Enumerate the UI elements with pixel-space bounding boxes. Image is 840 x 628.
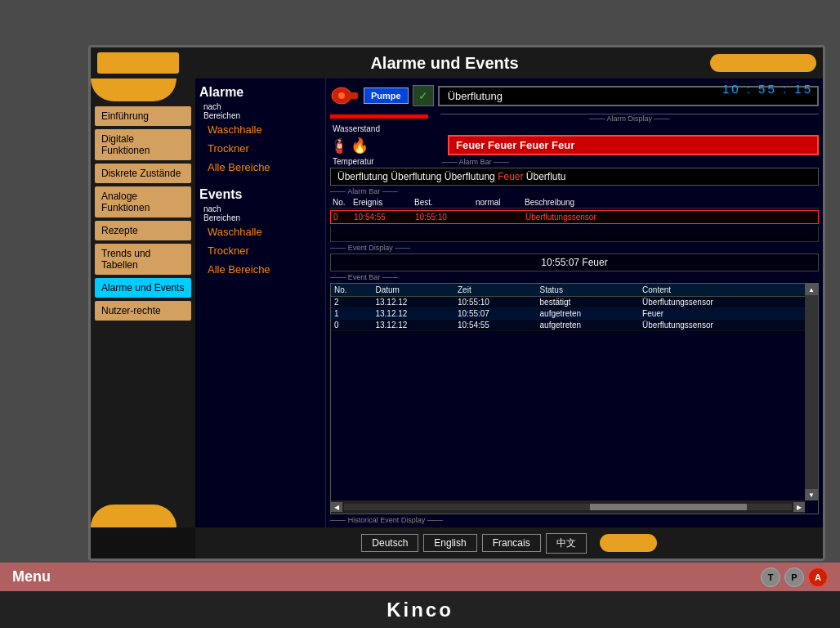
- scroll-down-arrow[interactable]: ▼: [805, 489, 818, 500]
- events-table-header-row: No. Ereignis Best. normal Beschreibung: [330, 197, 819, 209]
- alarms-subtitle2: Bereichen: [203, 111, 325, 120]
- scroll-track-horizontal: [344, 504, 792, 510]
- kinco-label: Kinco: [386, 599, 454, 621]
- hist-row-2: 0 13.12.12 10:54:55 aufgetreten Überflut…: [331, 320, 805, 331]
- menu-label: Menu: [12, 568, 51, 585]
- lang-bar-right-deco: [600, 534, 657, 552]
- sidebar-item-analoge[interactable]: Analoge Funktionen: [95, 186, 191, 218]
- wasserstand-label-row: Wasserstand: [330, 124, 819, 133]
- sidebar-item-trends[interactable]: Trends und Tabellen: [95, 244, 191, 275]
- water-progress-bar: [330, 114, 428, 119]
- sidebar-item-nutzer[interactable]: Nutzer-rechte: [95, 301, 191, 321]
- hist-row-1: 1 13.12.12 10:55:07 aufgetreten Feuer: [331, 308, 805, 320]
- alarm-bar-section-label: ─── Alarm Bar ───: [330, 187, 819, 195]
- event-display-label-row: ─── Event Display ───: [330, 244, 819, 252]
- wasserstand-row: ─── Alarm Display ───: [330, 111, 819, 123]
- pump-icon: [330, 84, 360, 107]
- hist-row-0: 2 13.12.12 10:55:10 bestätigt Überflutun…: [331, 297, 805, 308]
- menu-buttons: T P A: [761, 567, 828, 587]
- t-button[interactable]: T: [761, 567, 780, 587]
- menu-bar: Menu T P A: [0, 563, 840, 591]
- temperatur-row: 🧯 🔥 Feuer Feuer Feuer Feur: [330, 135, 819, 155]
- body-area: Einführung Digitale Funktionen Diskrete …: [91, 78, 823, 527]
- feuer-display-box: Feuer Feuer Feuer Feur: [448, 135, 819, 155]
- alarm-area-trockner[interactable]: Trockner: [195, 139, 325, 158]
- fire-extinguisher-icon: 🧯: [330, 137, 348, 155]
- lang-francais-button[interactable]: Francais: [482, 534, 541, 552]
- event-display: 10:55:07 Feuer: [330, 253, 819, 271]
- scroll-right-arrow[interactable]: ▶: [793, 502, 805, 512]
- sidebar: Einführung Digitale Funktionen Diskrete …: [91, 78, 195, 527]
- sidebar-top-deco: [91, 78, 176, 101]
- svg-rect-1: [350, 92, 358, 99]
- events-nav-block: Events nach Bereichen Waschhalle Trockne…: [195, 185, 325, 279]
- alarm-display-label: ─── Alarm Display ───: [440, 114, 819, 123]
- p-button[interactable]: P: [784, 567, 804, 587]
- alarms-nav-block: Alarme nach Bereichen Waschhalle Trockne…: [195, 83, 325, 177]
- lang-english-button[interactable]: English: [423, 534, 476, 552]
- alarms-title: Alarme: [199, 85, 257, 100]
- scroll-left-arrow[interactable]: ◀: [331, 502, 342, 512]
- alarm-bar-display: Überflutung Überflutung Überflutung Feue…: [330, 168, 819, 186]
- header-left-decoration: [97, 52, 179, 74]
- sidebar-item-rezepte[interactable]: Rezepte: [95, 221, 191, 240]
- horizontal-scrollbar[interactable]: ◀ ▶: [331, 500, 805, 514]
- sidebar-bottom-deco: [91, 505, 176, 527]
- events-subtitle1: nach: [203, 204, 325, 213]
- a-button[interactable]: A: [808, 567, 828, 587]
- pump-button[interactable]: Pumpe: [364, 87, 409, 104]
- sidebar-item-digitale[interactable]: Digitale Funktionen: [95, 129, 191, 160]
- lang-deutsch-button[interactable]: Deutsch: [361, 534, 418, 552]
- scroll-thumb-horizontal: [590, 504, 747, 510]
- events-title: Events: [199, 187, 257, 202]
- sidebar-item-diskrete[interactable]: Diskrete Zustände: [95, 164, 191, 183]
- vertical-scrollbar[interactable]: ▲ ▼: [805, 284, 818, 500]
- event-area-alle[interactable]: Alle Bereiche: [195, 260, 325, 279]
- display-column: Pumpe ✓ Überflutung ─── Alarm Display ──…: [326, 78, 823, 527]
- main-content: Alarme nach Bereichen Waschhalle Trockne…: [195, 78, 823, 527]
- language-bar: Deutsch English Francais 中文: [195, 527, 823, 558]
- page-title: Alarme und Events: [179, 54, 710, 73]
- lang-chinese-button[interactable]: 中文: [546, 533, 587, 554]
- event-bar-label-row: ─── Event Bar ───: [330, 273, 819, 281]
- alarm-area-waschhalle[interactable]: Waschhalle: [195, 120, 325, 139]
- sidebar-item-alarme[interactable]: Alarme und Events: [95, 278, 191, 298]
- header-bar: Alarme und Events: [91, 47, 823, 78]
- scroll-up-arrow[interactable]: ▲: [805, 284, 818, 295]
- fire-icon: 🔥: [351, 137, 369, 155]
- historical-table: No. Datum Zeit Status: [331, 284, 805, 331]
- hist-label-row: ─── Historical Event Display ───: [330, 516, 819, 524]
- historical-table-container: No. Datum Zeit Status: [330, 283, 819, 514]
- time-display: 10 : 55 : 15: [722, 82, 813, 96]
- header-right-decoration: [710, 54, 816, 72]
- check-button[interactable]: ✓: [413, 85, 434, 106]
- alarm-area-alle[interactable]: Alle Bereiche: [195, 158, 325, 177]
- event-area-waschhalle[interactable]: Waschhalle: [195, 222, 325, 241]
- events-table-row: 0 10:54:55 10:55:10 Überflutungssensor: [330, 210, 819, 224]
- outer-frame: Alarme und Events 10 : 55 : 15 Einführun…: [88, 45, 825, 561]
- alarms-subtitle1: nach: [203, 102, 325, 111]
- event-area-trockner[interactable]: Trockner: [195, 241, 325, 260]
- events-subtitle2: Bereichen: [203, 213, 325, 222]
- nav-column: Alarme nach Bereichen Waschhalle Trockne…: [195, 78, 326, 527]
- sidebar-item-einfuhrung[interactable]: Einführung: [95, 106, 191, 126]
- events-table-empty: [330, 226, 819, 242]
- scroll-track-vertical: [805, 295, 818, 489]
- svg-point-2: [338, 92, 345, 99]
- kinco-footer: Kinco: [0, 591, 840, 628]
- temperatur-label: Temperatur ─── Alarm Bar ───: [330, 157, 819, 166]
